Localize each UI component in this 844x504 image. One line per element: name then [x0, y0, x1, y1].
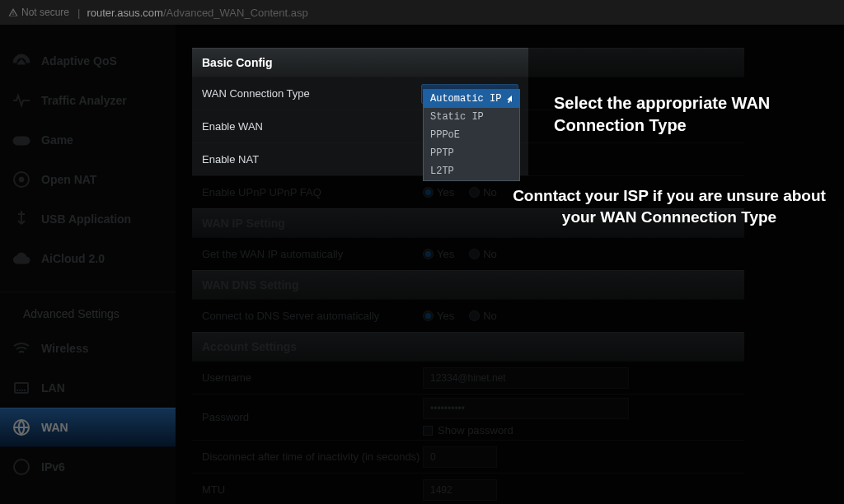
enable-upnp-text: Enable UPnP — [202, 186, 266, 198]
sidebar-item-label: Traffic Analyzer — [41, 94, 127, 107]
svg-rect-0 — [13, 137, 30, 145]
upnp-no-radio[interactable]: No — [469, 186, 497, 198]
sidebar-item-ipv6[interactable]: IPv6 — [0, 447, 176, 487]
sidebar-item-game[interactable]: Game — [0, 120, 176, 160]
svg-point-5 — [14, 460, 29, 474]
row-disconnect: Disconnect after time of inactivity (in … — [192, 440, 744, 473]
radio-label: No — [483, 186, 497, 198]
sidebar-item-label: IPv6 — [41, 460, 65, 474]
wan-ip-auto-label: Get the WAN IP automatically — [202, 248, 423, 260]
radio-label: Yes — [437, 248, 454, 260]
mtu-label: MTU — [202, 483, 423, 496]
row-username: Username 12334@hinet.net — [192, 361, 744, 394]
cloud-icon — [12, 249, 31, 268]
browser-urlbar: Not secure | router.asus.com/Advanced_WA… — [0, 0, 844, 25]
dns-yes-radio[interactable]: Yes — [423, 310, 454, 322]
disconnect-input[interactable]: 0 — [423, 446, 497, 468]
enable-upnp-label: Enable UPnP UPnP FAQ — [202, 186, 423, 198]
sidebar-item-wan[interactable]: WAN — [0, 408, 176, 447]
svg-point-2 — [19, 177, 24, 182]
not-secure-text: Not secure — [21, 7, 69, 18]
sidebar-item-label: USB Application — [41, 212, 131, 226]
url-path: /Advanced_WAN_Content.asp — [163, 7, 308, 19]
ipv6-icon — [12, 457, 31, 477]
row-password: Password •••••••••• Show password — [192, 394, 744, 440]
disconnect-label: Disconnect after time of inactivity (in … — [202, 450, 423, 463]
globe-icon — [12, 418, 31, 437]
enable-wan-label: Enable WAN — [202, 120, 423, 133]
section-account: Account Settings — [192, 332, 744, 361]
wifi-icon — [12, 338, 31, 358]
sidebar-section-advanced: Advanced Settings — [0, 292, 176, 329]
wan-conn-type-value: PPPoE — [429, 88, 461, 100]
globe-gear-icon — [12, 170, 31, 189]
radio-label: No — [483, 310, 497, 322]
mtu-value: 1492 — [430, 484, 452, 496]
sidebar-item-open-nat[interactable]: Open NAT — [0, 160, 176, 199]
row-wan-dns-auto: Connect to DNS Server automatically Yes … — [192, 299, 744, 332]
warning-icon — [8, 7, 18, 17]
sidebar-item-adaptive-qos[interactable]: Adaptive QoS — [0, 41, 176, 81]
sidebar-item-usb-application[interactable]: USB Application — [0, 199, 176, 239]
gauge-icon — [12, 51, 31, 71]
sidebar-item-lan[interactable]: LAN — [0, 368, 176, 408]
wanip-yes-radio[interactable]: Yes — [423, 248, 454, 260]
usb-icon — [12, 209, 31, 229]
password-label: Password — [202, 411, 423, 423]
sidebar-item-label: Open NAT — [41, 173, 96, 186]
upnp-faq-link[interactable]: UPnP FAQ — [269, 186, 321, 198]
sidebar-item-label: Wireless — [41, 342, 88, 355]
username-input[interactable]: 12334@hinet.net — [423, 367, 629, 389]
chevron-down-icon — [506, 90, 514, 98]
sidebar-item-label: Game — [41, 133, 73, 147]
password-input[interactable]: •••••••••• — [423, 398, 629, 419]
annotation-1: Select the appropriate WAN Connection Ty… — [554, 92, 844, 137]
sidebar-item-wireless[interactable]: Wireless — [0, 329, 176, 368]
disconnect-value: 0 — [430, 451, 436, 463]
sidebar-item-label: Adaptive QoS — [41, 54, 117, 68]
mtu-input[interactable]: 1492 — [423, 479, 497, 501]
gamepad-icon — [12, 130, 31, 150]
username-value: 12334@hinet.net — [430, 372, 506, 384]
show-password-label: Show password — [438, 424, 513, 436]
enable-nat-label: Enable NAT — [202, 153, 423, 166]
sidebar-item-label: WAN — [41, 421, 68, 434]
sidebar-item-label: LAN — [41, 381, 65, 394]
wan-dns-auto-label: Connect to DNS Server automatically — [202, 310, 423, 322]
show-password-checkbox[interactable] — [423, 426, 433, 436]
section-wan-dns: WAN DNS Setting — [192, 270, 744, 299]
sidebar-item-traffic-analyzer[interactable]: Traffic Analyzer — [0, 81, 176, 120]
annotation-2: Conntact your ISP if you are unsure abou… — [504, 185, 834, 227]
wan-conn-type-label: WAN Connection Type — [202, 87, 423, 100]
sidebar-item-label: AiCloud 2.0 — [41, 252, 105, 265]
not-secure-badge: Not secure — [8, 7, 69, 18]
radio-label: Yes — [437, 310, 454, 322]
ethernet-icon — [12, 378, 31, 398]
upnp-yes-radio[interactable]: Yes — [423, 186, 454, 198]
wan-conn-type-select[interactable]: PPPoE — [423, 84, 520, 104]
sidebar: Adaptive QoS Traffic Analyzer Game Open … — [0, 25, 176, 504]
urlbar-separator: | — [77, 7, 80, 19]
dns-no-radio[interactable]: No — [469, 310, 497, 322]
radio-label: Yes — [437, 186, 454, 198]
row-wan-ip-auto: Get the WAN IP automatically Yes No — [192, 237, 744, 270]
row-mtu: MTU 1492 — [192, 473, 744, 504]
svg-rect-3 — [15, 383, 28, 393]
wanip-no-radio[interactable]: No — [469, 248, 497, 260]
username-label: Username — [202, 371, 423, 384]
radio-label: No — [483, 248, 497, 260]
pulse-icon — [12, 91, 31, 110]
row-enable-nat: Enable NAT — [192, 142, 744, 175]
sidebar-item-aicloud[interactable]: AiCloud 2.0 — [0, 239, 176, 278]
section-basic-config: Basic Config — [192, 48, 744, 77]
url-domain: router.asus.com — [87, 7, 163, 19]
password-value: •••••••••• — [430, 403, 465, 414]
